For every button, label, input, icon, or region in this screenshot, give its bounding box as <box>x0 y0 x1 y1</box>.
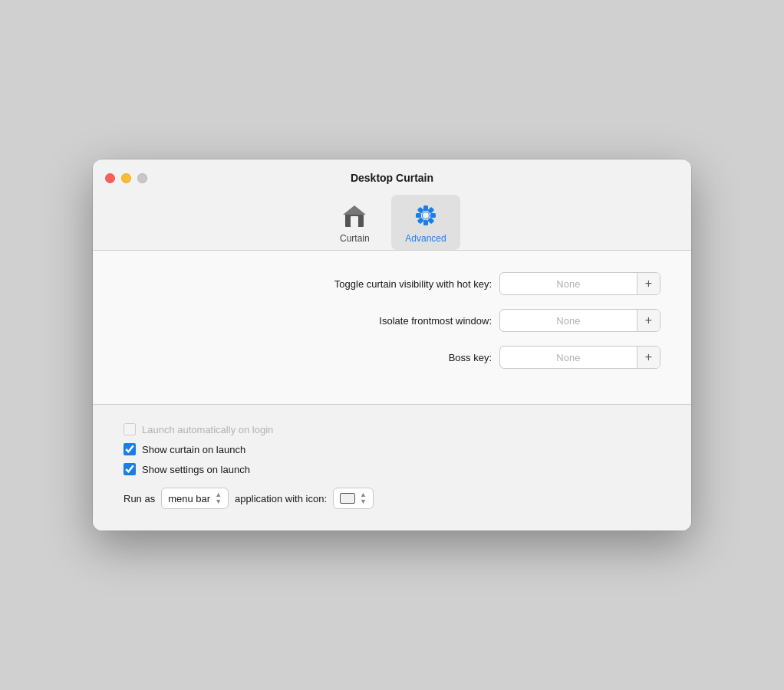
svg-rect-6 <box>430 213 436 218</box>
isolate-hotkey-label: Isolate frontmost window: <box>379 315 492 327</box>
boss-hotkey-value: None <box>500 348 637 367</box>
run-as-value: menu bar <box>168 493 210 504</box>
run-as-select[interactable]: menu bar ▲ ▼ <box>161 488 229 509</box>
curtain-tab-label: Curtain <box>340 233 370 244</box>
toggle-hotkey-row: Toggle curtain visibility with hot key: … <box>124 272 660 295</box>
show-curtain-label: Show curtain on launch <box>142 444 245 455</box>
minimize-button[interactable] <box>121 173 131 183</box>
launch-auto-label: Launch automatically on login <box>142 424 273 435</box>
run-as-prefix: Run as <box>124 493 155 504</box>
show-curtain-checkbox[interactable] <box>124 443 136 455</box>
main-window: Desktop Curtain Curtain <box>93 159 691 531</box>
svg-point-13 <box>423 212 429 219</box>
advanced-tab-label: Advanced <box>405 233 446 244</box>
show-settings-row: Show settings on launch <box>124 463 660 475</box>
isolate-hotkey-add-button[interactable]: + <box>637 310 660 331</box>
fullscreen-button[interactable] <box>137 173 147 183</box>
icon-select[interactable]: ▲ ▼ <box>333 488 374 509</box>
isolate-hotkey-value: None <box>500 311 637 330</box>
run-as-arrows-icon: ▲ ▼ <box>215 491 222 505</box>
show-settings-label: Show settings on launch <box>142 464 250 475</box>
run-as-suffix: application with icon: <box>235 493 327 504</box>
launch-auto-row: Launch automatically on login <box>124 423 660 435</box>
boss-hotkey-row: Boss key: None + <box>124 346 660 369</box>
tab-curtain[interactable]: Curtain <box>324 195 385 250</box>
isolate-hotkey-row: Isolate frontmost window: None + <box>124 309 660 332</box>
boss-hotkey-field[interactable]: None + <box>499 346 660 369</box>
launch-auto-checkbox[interactable] <box>124 423 136 435</box>
run-as-row: Run as menu bar ▲ ▼ application with ico… <box>124 488 660 509</box>
toggle-hotkey-label: Toggle curtain visibility with hot key: <box>334 278 492 290</box>
boss-hotkey-label: Boss key: <box>449 352 492 363</box>
hotkeys-section: Toggle curtain visibility with hot key: … <box>93 251 691 404</box>
icon-select-arrows-icon: ▲ ▼ <box>360 491 367 505</box>
icon-preview <box>340 493 355 504</box>
gear-icon <box>411 201 440 230</box>
svg-rect-8 <box>423 220 428 225</box>
options-section: Launch automatically on login Show curta… <box>93 405 691 531</box>
svg-marker-1 <box>343 205 366 215</box>
curtain-icon <box>340 201 369 230</box>
svg-rect-10 <box>416 213 421 218</box>
window-title: Desktop Curtain <box>351 172 433 184</box>
isolate-hotkey-field[interactable]: None + <box>499 309 660 332</box>
toggle-hotkey-add-button[interactable]: + <box>637 273 660 294</box>
toolbar: Curtain <box>324 195 460 250</box>
toggle-hotkey-field[interactable]: None + <box>499 272 660 295</box>
show-curtain-row: Show curtain on launch <box>124 443 660 455</box>
boss-hotkey-add-button[interactable]: + <box>637 347 660 368</box>
traffic-lights <box>105 173 147 183</box>
show-settings-checkbox[interactable] <box>124 463 136 475</box>
toggle-hotkey-value: None <box>500 274 637 294</box>
svg-rect-4 <box>423 205 428 211</box>
tab-advanced[interactable]: Advanced <box>391 195 460 250</box>
title-bar: Desktop Curtain Curtain <box>93 159 691 250</box>
svg-rect-2 <box>351 216 358 227</box>
close-button[interactable] <box>105 173 115 183</box>
